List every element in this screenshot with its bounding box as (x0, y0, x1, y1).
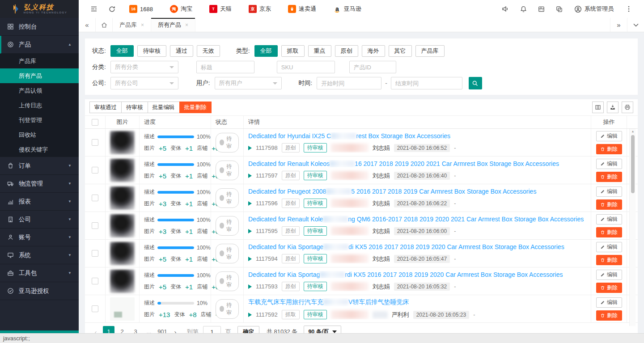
export-icon[interactable] (607, 102, 619, 113)
prev-page-icon[interactable]: ‹ (90, 328, 101, 334)
platform-tab-taobao[interactable]: 淘 淘宝 (161, 0, 201, 18)
sidebar-item-console[interactable]: 控制台 (0, 18, 79, 36)
platform-tab-tmall[interactable]: T 天猫 (201, 0, 240, 18)
edit-button[interactable]: 编辑 (596, 242, 622, 252)
tabs-scroll-right-icon[interactable]: » (610, 18, 627, 32)
home-tab-icon[interactable] (96, 18, 113, 32)
sidebar-item-product[interactable]: 产品 ▲ (0, 36, 79, 54)
theme-skin-icon[interactable] (550, 0, 568, 18)
goto-page-input[interactable] (203, 326, 221, 333)
goto-confirm-button[interactable]: 确定 (237, 326, 259, 333)
row-checkbox[interactable] (92, 167, 98, 174)
sidebar-item-orders[interactable]: 订单 ▼ (0, 157, 79, 175)
delete-button[interactable]: 删除 (596, 310, 622, 321)
delete-button[interactable]: 删除 (596, 199, 622, 210)
sidebar-subitem-listing-management[interactable]: 刊登管理 (0, 113, 79, 127)
row-checkbox[interactable] (92, 222, 98, 229)
expand-play-icon[interactable] (248, 174, 252, 178)
tabs-menu-icon[interactable] (627, 18, 644, 32)
more-options-icon[interactable] (620, 0, 638, 18)
sidebar-item-system[interactable]: 系统 ▼ (0, 246, 79, 264)
category-select[interactable]: 所有分类 (110, 61, 178, 73)
print-icon[interactable] (622, 102, 633, 113)
status-filter-pending[interactable]: 待审核 (137, 45, 166, 57)
scrollbar-thumb[interactable] (631, 135, 635, 193)
product-title-link[interactable]: Dedicated for Hyundai IX25 Crest Box Sto… (248, 132, 586, 140)
expand-play-icon[interactable] (248, 257, 252, 261)
announcement-icon[interactable] (496, 0, 514, 18)
row-checkbox[interactable] (92, 250, 98, 257)
tabs-scroll-left-icon[interactable]: « (79, 18, 96, 32)
status-filter-passed[interactable]: 通过 (170, 45, 193, 57)
table-scrollbar[interactable]: ▲ (629, 129, 636, 326)
next-page-icon[interactable]: › (170, 328, 181, 334)
page-number-2[interactable]: 2 (116, 326, 128, 333)
type-filter-all[interactable]: 全部 (254, 45, 278, 57)
approve-button[interactable]: 审核通过 (89, 102, 122, 113)
platform-tab-1688[interactable]: 16 1688 (121, 0, 161, 18)
edit-button[interactable]: 编辑 (596, 159, 622, 169)
edit-button[interactable]: 编辑 (596, 131, 622, 141)
tab-close-icon[interactable]: × (141, 22, 144, 28)
status-filter-invalid[interactable]: 无效 (197, 45, 220, 57)
sidebar-item-accounts[interactable]: 账号 ▼ (0, 229, 79, 246)
sidebar-item-toolbox[interactable]: 工具包 ▼ (0, 264, 79, 282)
type-filter-other[interactable]: 其它 (389, 45, 412, 57)
end-time-input[interactable] (391, 77, 462, 89)
product-title-link[interactable]: Dedicated for Kia Sportagedi KX5 2016 20… (248, 243, 586, 250)
set-pending-button[interactable]: 待审核 (121, 102, 148, 113)
page-number-3[interactable]: 3 (130, 326, 141, 333)
sidebar-subitem-product-claim[interactable]: 产品认领 (0, 83, 79, 98)
search-button[interactable] (469, 77, 482, 89)
user-select[interactable]: 所有用户 (215, 77, 282, 89)
expand-play-icon[interactable] (248, 146, 252, 150)
refresh-icon[interactable] (103, 0, 121, 18)
delete-button[interactable]: 删除 (596, 172, 622, 182)
product-title-link[interactable]: Dedicated for Kia Sportagrdi KX5 2016 20… (248, 271, 586, 278)
product-image[interactable] (110, 131, 135, 154)
platform-tab-amazon[interactable]: a 亚马逊 (325, 0, 370, 18)
edit-button[interactable]: 编辑 (596, 186, 622, 197)
edit-button[interactable]: 编辑 (596, 214, 622, 224)
delete-button[interactable]: 删除 (596, 227, 622, 237)
product-image[interactable] (110, 159, 135, 182)
sidebar-collapse-icon[interactable] (85, 0, 103, 18)
tab-all-products[interactable]: 所有产品 × (151, 18, 195, 32)
expand-play-icon[interactable] (248, 229, 252, 233)
apps-grid-icon[interactable] (532, 0, 550, 18)
sidebar-subitem-all-products[interactable]: 所有产品 (0, 68, 79, 83)
expand-play-icon[interactable] (248, 284, 252, 289)
product-image[interactable] (110, 270, 135, 293)
sidebar-item-logistics[interactable]: 物流管理 ▼ (0, 175, 79, 193)
status-filter-all[interactable]: 全部 (110, 45, 134, 57)
delete-button[interactable]: 删除 (596, 283, 622, 293)
product-image[interactable] (110, 297, 135, 321)
edit-button[interactable]: 编辑 (596, 297, 622, 308)
edit-button[interactable]: 编辑 (596, 270, 622, 280)
sidebar-item-company[interactable]: 公司 ▼ (0, 211, 79, 229)
sidebar-item-amazon-authorization[interactable]: 亚马逊授权 (0, 282, 79, 300)
type-filter-original[interactable]: 原创 (335, 45, 358, 57)
product-title-link[interactable]: Dedicated for Renault Koleng QM6 2016-20… (248, 216, 586, 223)
product-id-input[interactable] (349, 61, 396, 73)
product-image[interactable] (110, 186, 135, 210)
delete-button[interactable]: 删除 (596, 255, 622, 265)
product-title-link[interactable]: 车载充气床车用旅行汽车充V轿车后排气垫睡觉床 (248, 298, 586, 306)
page-number-1[interactable]: 1 (103, 326, 114, 333)
scrollbar-up-icon[interactable]: ▲ (631, 130, 635, 133)
row-checkbox[interactable] (92, 278, 98, 284)
product-image[interactable] (110, 242, 135, 265)
type-filter-library[interactable]: 产品库 (415, 45, 445, 57)
type-filter-key[interactable]: 重点 (308, 45, 331, 57)
delete-button[interactable]: 删除 (596, 144, 622, 154)
row-checkbox[interactable] (92, 139, 98, 146)
row-checkbox[interactable] (92, 195, 98, 201)
sidebar-subitem-upload-log[interactable]: 上传日志 (0, 98, 79, 113)
user-menu[interactable]: 系统管理员 (568, 5, 620, 13)
sidebar-item-reports[interactable]: 报表 ▼ (0, 193, 79, 211)
sidebar-subitem-recycle-bin[interactable]: 回收站 (0, 127, 79, 142)
sku-input[interactable] (277, 61, 335, 73)
expand-play-icon[interactable] (248, 201, 252, 206)
notification-bell-icon[interactable] (514, 0, 532, 18)
sidebar-subitem-infringement-keywords[interactable]: 侵权关键字 (0, 142, 79, 157)
